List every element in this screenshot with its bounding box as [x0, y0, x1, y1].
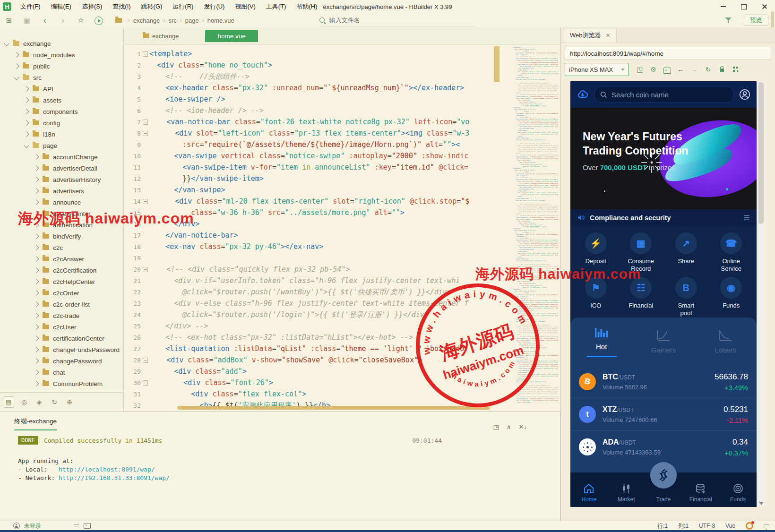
code-line[interactable]: 31 <div class="flex flex-col"> [124, 388, 560, 400]
code-line[interactable]: 27 <list-quatation :listData="qList" :cl… [124, 343, 560, 354]
quick-action-financial[interactable]: ☷Financial [619, 277, 664, 317]
tree-item-API[interactable]: API [0, 83, 123, 94]
coin-row-xtz[interactable]: t XTZ/USDT Volume 7247600.66 0.5231 -2.1… [570, 398, 757, 430]
refresh-icon[interactable]: ↻ [701, 66, 715, 73]
refresh-view-icon[interactable]: ↻ [49, 397, 60, 407]
coin-row-ada[interactable]: ADA/USDT Volume 47143363.59 0.34 +0.37% [570, 430, 757, 463]
chevron-right-icon[interactable] [34, 301, 39, 307]
preview-button[interactable]: 预览 [744, 15, 768, 26]
terminal-export-icon[interactable]: ◳ [493, 423, 499, 430]
notice-list-icon[interactable]: ☰ [744, 214, 750, 222]
chevron-right-icon[interactable] [34, 256, 39, 261]
search-view-icon[interactable]: ◎ [19, 397, 29, 407]
menu-item[interactable]: 工具(T) [261, 0, 292, 13]
breadcrumb-item[interactable]: exchange [133, 17, 160, 24]
tree-item-c2c-order-list[interactable]: c2c-order-list [0, 299, 123, 310]
code-line[interactable]: 14 <div class="ml-20 flex items-center" … [124, 196, 560, 207]
chevron-right-icon[interactable] [34, 165, 39, 171]
breadcrumb[interactable]: ›exchange›src›page›home.vue [115, 17, 234, 24]
chevron-right-icon[interactable] [34, 154, 39, 159]
code-line[interactable]: 8 <div slot="left-icon" class="pr-13 fle… [124, 128, 560, 139]
code-line[interactable]: 30 <div class="font-26"> [124, 377, 560, 388]
chevron-right-icon[interactable] [24, 86, 29, 91]
code-line[interactable]: 17 </van-notice-bar> [124, 230, 560, 241]
code-line[interactable]: 21 <div v-if="userInfo.token" class="h-9… [124, 275, 560, 286]
menu-item[interactable]: 运行(R) [167, 0, 198, 13]
tree-item-page[interactable]: page [0, 140, 123, 151]
files-view-icon[interactable]: ▤ [3, 396, 14, 408]
lock-icon[interactable] [715, 66, 729, 73]
code-line[interactable]: 11 <van-swipe-item v-for="item in announ… [124, 162, 560, 173]
fold-icon[interactable] [143, 267, 148, 272]
tree-item-node_modules[interactable]: node_modules [0, 49, 123, 60]
code-line[interactable]: 24 @click="$router.push('/login')">{{ $t… [124, 309, 560, 320]
filter-icon[interactable] [725, 17, 732, 23]
code-line[interactable]: 13 </van-swipe> [124, 184, 560, 196]
tab-hot[interactable]: Hot [570, 317, 632, 366]
code-line[interactable]: 16 </div> [124, 218, 560, 230]
chevron-right-icon[interactable] [14, 52, 19, 57]
quick-action-deposit[interactable]: ⚡Deposit [573, 232, 619, 273]
fold-icon[interactable] [143, 51, 148, 57]
breadcrumb-item[interactable]: page [185, 17, 199, 24]
tree-item-accountChange[interactable]: accountChange [0, 151, 123, 163]
quick-action-smart-pool[interactable]: BSmart pool [663, 277, 709, 317]
tree-item-assetsCenter[interactable]: assetsCenter [0, 208, 123, 219]
tree-item-c2c-trade[interactable]: c2c-trade [0, 310, 123, 321]
menu-item[interactable]: 发行(U) [198, 0, 230, 13]
code-editor[interactable]: exchange home.vue 1<template>2 <div clas… [124, 27, 560, 411]
code-line[interactable]: 23 <div v-else class="h-96 flex justify-… [124, 298, 560, 309]
tree-item-c2cOrder[interactable]: c2cOrder [0, 287, 123, 299]
chevron-right-icon[interactable] [34, 188, 39, 193]
nav-forward-icon[interactable]: → [688, 66, 701, 73]
tree-item-changePassword[interactable]: changePassword [0, 355, 123, 367]
menu-item[interactable]: 跳转(G) [136, 0, 168, 13]
coin-row-btc[interactable]: B BTC/USDT Volume 5662.96 56636.78 +3.49… [570, 366, 757, 398]
address-bar[interactable]: http://localhost:8091/wap/#/home [565, 47, 771, 60]
menu-item[interactable]: 查找(I) [107, 0, 136, 13]
promo-banner[interactable]: New Year's Futures Trading Competition O… [570, 108, 757, 209]
preview-scrollbar[interactable] [758, 81, 765, 507]
tree-item-authentication[interactable]: authentication [0, 219, 123, 231]
fold-icon[interactable] [143, 380, 148, 386]
breadcrumb-item[interactable]: src [168, 17, 176, 24]
save-button[interactable]: ▣ [18, 16, 36, 25]
code-line[interactable]: 18 <ex-nav class="px-32 py-46"></ex-nav> [124, 241, 560, 252]
maximize-button[interactable] [733, 0, 754, 13]
chevron-right-icon[interactable] [34, 245, 39, 250]
menu-item[interactable]: 帮助(H) [291, 0, 322, 13]
minimize-button[interactable] [713, 0, 733, 13]
code-line[interactable]: 6 <!-- <ioe-header /> --> [124, 105, 560, 116]
code-area[interactable]: 1<template>2 <div class="home no_touch">… [124, 44, 560, 411]
chevron-right-icon[interactable] [34, 233, 39, 239]
chevron-right-icon[interactable] [34, 381, 39, 386]
code-line[interactable]: 5 <ioe-swiper /> [124, 94, 560, 105]
code-line[interactable]: 9 :src="require(`@/assets/theme/${theme}… [124, 139, 560, 150]
chevron-right-icon[interactable] [34, 324, 39, 329]
chevron-right-icon[interactable] [34, 222, 39, 227]
chevron-right-icon[interactable] [34, 313, 39, 318]
tree-item-c2c[interactable]: c2c [0, 242, 123, 253]
nav-financial[interactable]: Financial [682, 472, 719, 507]
encoding[interactable]: UTF-8 [699, 523, 715, 529]
nav-funds[interactable]: Funds [719, 472, 757, 507]
run-button[interactable] [90, 16, 108, 25]
breadcrumb-item[interactable]: home.vue [207, 17, 234, 24]
fold-icon[interactable] [143, 131, 148, 136]
code-line[interactable]: 12 }}</van-swipe-item> [124, 173, 560, 184]
chevron-right-icon[interactable] [24, 131, 29, 137]
quick-action-share[interactable]: ↗Share [663, 232, 709, 273]
tree-item-advertisers[interactable]: advertisers [0, 185, 123, 197]
file-search-box[interactable] [319, 15, 475, 26]
quick-action-funds[interactable]: ◉Funds [709, 277, 754, 317]
menu-item[interactable]: 视图(V) [230, 0, 260, 13]
nav-back-icon[interactable]: ← [674, 66, 688, 73]
chevron-right-icon[interactable] [34, 369, 39, 375]
code-line[interactable]: 20 <!-- <div class="quickly flex px-32 p… [124, 264, 560, 275]
editor-hscrollbar[interactable] [177, 406, 490, 410]
chevron-right-icon[interactable] [14, 63, 19, 69]
forward-button[interactable]: › [54, 15, 72, 26]
notice-bar[interactable]: Compliance and security ☰ [570, 209, 757, 226]
tree-item-advertiserDetail[interactable]: advertiserDetail [0, 163, 123, 174]
minimap[interactable]: <template> <div class="home no_touch"> <… [513, 46, 558, 403]
